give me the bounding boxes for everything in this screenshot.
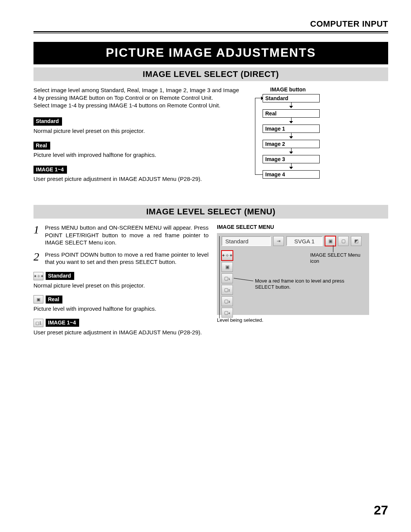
direct-item: Real Picture level with improved halfton… (33, 142, 239, 159)
item-desc: Normal picture level preset on this proj… (33, 282, 209, 289)
osd-side-column: ✦✧✦ ▣ ▢₁ ▢₂ ▢₃ ▢₄ (221, 251, 234, 318)
step-2: 2 Press POINT DOWN button to move a red … (33, 251, 209, 266)
heading-menu: IMAGE LEVEL SELECT (MENU) (33, 205, 388, 219)
flow-diagram: Standard Real Image 1 Image 2 Image 3 Im… (263, 94, 320, 179)
flow-box: Standard (263, 94, 320, 102)
preset1-icon: ▢1 (33, 319, 43, 327)
chip-real: Real (33, 142, 50, 150)
diamonds-icon: ✦✧✦ (221, 251, 233, 260)
chip-real-desc: Picture level with improved halftone for… (33, 151, 239, 159)
image-select-menu-icon: ▣ (325, 236, 336, 246)
page-number: 27 (374, 503, 388, 518)
flow-box: Image 1 (263, 125, 320, 133)
preset-icon: ▢₁ (221, 273, 233, 283)
osd-screenshot: Standard ⇥ SVGA 1 ▣ ▢ ◩ ✦✧✦ ▣ ▢₁ ▢₂ ▢₃ ▢… (217, 233, 369, 315)
step-text: Press POINT DOWN button to move a red fr… (45, 251, 209, 266)
flow-box: Image 3 (263, 155, 320, 163)
preset-icon: ▢₂ (221, 285, 233, 295)
flow-box: Image 2 (263, 140, 320, 148)
menu-item: ▣ Real Picture level with improved halft… (33, 295, 209, 313)
rule-thin (33, 33, 388, 34)
section-label: COMPUTER INPUT (33, 19, 388, 29)
osd-mode: SVGA 1 (286, 236, 323, 246)
chip-real: Real (46, 296, 62, 304)
preset-icon: ▢₄ (221, 308, 233, 318)
leader-line (219, 236, 220, 318)
menu-item: ✦✧✦ Standard Normal picture level preset… (33, 272, 209, 289)
monitor-icon: ▣ (33, 295, 43, 304)
chip-standard: Standard (33, 117, 62, 125)
direct-item: IMAGE 1~4 User preset picture adjustment… (33, 166, 239, 183)
monitor-icon: ▣ (221, 262, 233, 272)
flow-title: IMAGE button (270, 86, 388, 93)
note-move: Move a red frame icon to level and press… (255, 278, 346, 291)
flow-box: Real (263, 109, 320, 118)
diagram-title: IMAGE SELECT MENU (217, 224, 388, 230)
arrow-down-icon (263, 148, 320, 155)
arrow-down-icon (263, 102, 320, 109)
leader-line (234, 278, 253, 281)
page-title: PICTURE IMAGE ADJUSTMENTS (33, 42, 388, 64)
note-image-select: IMAGE SELECT Menu icon (310, 252, 367, 265)
chip-standard: Standard (46, 272, 74, 280)
step-number: 2 (33, 251, 41, 266)
chip-image14: IMAGE 1~4 (33, 166, 67, 174)
item-desc: Picture level with improved halftone for… (33, 305, 209, 313)
step-number: 1 (33, 224, 41, 246)
diamonds-icon: ✦✧✦ (33, 272, 43, 280)
flow-loop-line (255, 98, 263, 175)
osd-field: Standard (221, 236, 271, 246)
leader-line (333, 245, 333, 252)
osd-tool-icon: ▢ (338, 236, 349, 246)
osd-tool-icon: ◩ (351, 236, 362, 246)
direct-intro: Select image level among Standard, Real,… (33, 86, 239, 109)
menu-item: ▢1 IMAGE 1~4 User preset picture adjustm… (33, 319, 209, 336)
input-icon: ⇥ (273, 236, 284, 246)
note-selected: Level being selected. (217, 317, 263, 323)
chip-standard-desc: Normal picture level preset on this proj… (33, 127, 239, 135)
rule-heavy (33, 31, 388, 32)
chip-image14: IMAGE 1~4 (46, 319, 79, 327)
flow-box: Image 4 (263, 170, 320, 179)
heading-direct: IMAGE LEVEL SELECT (DIRECT) (33, 67, 388, 81)
direct-item: Standard Normal picture level preset on … (33, 117, 239, 134)
step-text: Press MENU button and ON-SCREEN MENU wil… (45, 224, 209, 246)
arrow-down-icon (263, 118, 320, 125)
arrow-down-icon (263, 163, 320, 170)
item-desc: User preset picture adjustment in IMAGE … (33, 329, 209, 336)
arrow-down-icon (263, 133, 320, 140)
chip-image14-desc: User preset picture adjustment in IMAGE … (33, 175, 239, 183)
step-1: 1 Press MENU button and ON-SCREEN MENU w… (33, 224, 209, 246)
preset-icon: ▢₃ (221, 296, 233, 306)
